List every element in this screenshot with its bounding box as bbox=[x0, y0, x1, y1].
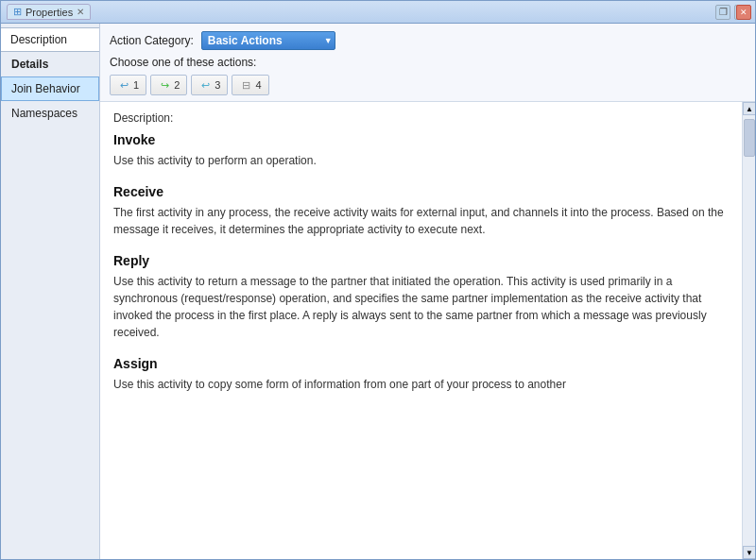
sidebar: Description Details Join Behavior Namesp… bbox=[1, 24, 100, 559]
action-category-label: Action Category: bbox=[110, 34, 194, 47]
desc-section-invoke: Invoke Use this activity to perform an o… bbox=[113, 132, 729, 169]
scroll-down-button[interactable]: ▼ bbox=[743, 546, 755, 559]
action-button-3[interactable]: ↩ 3 bbox=[191, 75, 228, 95]
reply-title: Reply bbox=[113, 253, 729, 268]
action-bar: Action Category: Basic Actions Structure… bbox=[100, 24, 755, 102]
description-header: Description: bbox=[113, 111, 729, 125]
invoke-title: Invoke bbox=[113, 132, 729, 147]
action-btn-2-icon: ↪ bbox=[158, 78, 171, 92]
sidebar-item-join-behavior[interactable]: Join Behavior bbox=[1, 76, 99, 101]
reply-text: Use this activity to return a message to… bbox=[113, 273, 729, 341]
desc-section-assign: Assign Use this activity to copy some fo… bbox=[113, 356, 729, 393]
restore-button[interactable]: ❐ bbox=[715, 5, 730, 20]
desc-section-receive: Receive The first activity in any proces… bbox=[113, 184, 729, 238]
scrollbar-track[interactable] bbox=[743, 115, 755, 546]
scrollbar-thumb[interactable] bbox=[744, 119, 755, 157]
action-category-select[interactable]: Basic Actions Structured Activities Scop… bbox=[201, 31, 335, 50]
action-button-4[interactable]: ⊟ 4 bbox=[232, 75, 268, 95]
title-bar: ⊞ Properties ✕ ❐ ⌄ ✕ bbox=[1, 1, 755, 24]
properties-window: ⊞ Properties ✕ ❐ ⌄ ✕ Description Details… bbox=[0, 0, 756, 560]
sidebar-item-details[interactable]: Details bbox=[1, 52, 99, 76]
action-btn-1-icon: ↩ bbox=[117, 78, 130, 92]
invoke-text: Use this activity to perform an operatio… bbox=[113, 152, 729, 169]
action-category-row: Action Category: Basic Actions Structure… bbox=[110, 31, 746, 50]
receive-text: The first activity in any process, the r… bbox=[113, 204, 729, 238]
action-btn-4-icon: ⊟ bbox=[239, 78, 252, 92]
choose-actions-label: Choose one of these actions: bbox=[110, 56, 746, 69]
content-area: Description Details Join Behavior Namesp… bbox=[1, 24, 755, 559]
action-button-1[interactable]: ↩ 1 bbox=[110, 75, 146, 95]
scroll-up-button[interactable]: ▲ bbox=[743, 102, 755, 115]
action-button-2[interactable]: ↪ 2 bbox=[150, 75, 187, 95]
main-panel: Action Category: Basic Actions Structure… bbox=[100, 24, 755, 559]
tab-close-icon[interactable]: ✕ bbox=[77, 7, 84, 17]
action-category-select-wrapper: Basic Actions Structured Activities Scop… bbox=[201, 31, 335, 50]
receive-title: Receive bbox=[113, 184, 729, 199]
action-btn-3-icon: ↩ bbox=[198, 78, 212, 92]
desc-scroll-area: Description: Invoke Use this activity to… bbox=[100, 102, 755, 559]
title-tab-area: ⊞ Properties ✕ bbox=[7, 4, 715, 20]
window-close-button[interactable]: ✕ bbox=[736, 5, 751, 20]
assign-title: Assign bbox=[113, 356, 729, 371]
properties-tab[interactable]: ⊞ Properties ✕ bbox=[7, 4, 91, 20]
action-buttons: ↩ 1 ↪ 2 ↩ 3 ⊟ 4 bbox=[110, 75, 746, 95]
assign-text: Use this activity to copy some form of i… bbox=[113, 376, 729, 393]
tab-icon: ⊞ bbox=[13, 6, 22, 18]
sidebar-item-description[interactable]: Description bbox=[1, 27, 99, 52]
scrollbar: ▲ ▼ bbox=[742, 102, 755, 559]
description-panel: Description: Invoke Use this activity to… bbox=[100, 102, 742, 559]
sidebar-item-namespaces[interactable]: Namespaces bbox=[1, 101, 99, 126]
tab-title: Properties bbox=[26, 7, 73, 18]
desc-section-reply: Reply Use this activity to return a mess… bbox=[113, 253, 729, 341]
